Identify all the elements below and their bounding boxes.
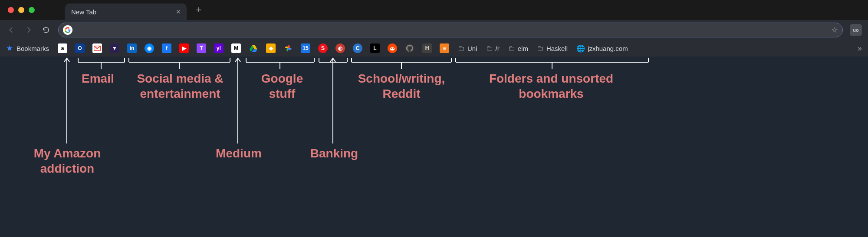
annotation-banking: Banking (304, 146, 365, 161)
svg-point-3 (391, 48, 392, 49)
messenger-bookmark-icon[interactable]: ◉ (145, 43, 154, 53)
tab-title: New Tab (71, 8, 96, 16)
folder-icon: 🗀 (486, 44, 493, 52)
reload-button[interactable] (41, 25, 51, 35)
facebook-bookmark-icon[interactable]: f (162, 43, 171, 53)
annotation-area: My Amazonaddiction Email Social media &e… (0, 57, 868, 237)
window-controls (8, 7, 35, 13)
address-bar[interactable]: ☆ (58, 23, 843, 37)
annotation-folders: Folders and unsortedbookmarks (482, 71, 621, 101)
twitch-bookmark-icon[interactable]: T (197, 43, 206, 53)
annotation-email: Email (82, 71, 114, 86)
amazon-bookmark-icon[interactable]: a (58, 43, 67, 53)
forward-button[interactable] (23, 25, 34, 35)
folder-icon: 🗀 (508, 44, 515, 52)
toolbar: ☆ uo (0, 20, 868, 40)
extension-button[interactable]: uo (850, 24, 862, 36)
scotiabank-bookmark-icon[interactable]: S (318, 43, 328, 53)
bookmarks-label: Bookmarks (16, 45, 49, 52)
folder-icon: 🗀 (537, 44, 544, 52)
protonmail-bookmark-icon[interactable]: ▼ (110, 43, 119, 53)
bookmarks-menu[interactable]: ★ Bookmarks (6, 43, 49, 53)
google-search-icon (63, 25, 72, 35)
maximize-window-button[interactable] (29, 7, 35, 13)
stackoverflow-bookmark-icon[interactable]: ≡ (440, 43, 449, 53)
bank-bookmark-icon[interactable]: ◐ (335, 43, 345, 53)
folder-bookmark-haskell[interactable]: 🗀 Haskell (537, 44, 568, 52)
minimize-window-button[interactable] (18, 7, 24, 13)
folder-icon: 🗀 (458, 44, 465, 52)
annotation-school: School/writing,Reddit (352, 71, 451, 101)
link-bookmark[interactable]: 🌐 jzxhuang.com (576, 44, 628, 53)
bookmarks-overflow-icon[interactable]: » (858, 44, 862, 53)
back-button[interactable] (6, 25, 16, 35)
outlook-bookmark-icon[interactable]: O (75, 43, 85, 53)
yahoo-bookmark-icon[interactable]: y! (214, 43, 224, 53)
folder-label: /r (496, 45, 500, 52)
hackernews-bookmark-icon[interactable]: H (422, 43, 432, 53)
photos-bookmark-icon[interactable] (283, 43, 293, 53)
annotation-medium: Medium (200, 146, 278, 161)
folder-bookmark-elm[interactable]: 🗀 elm (508, 44, 528, 52)
svg-point-2 (390, 47, 395, 51)
drive-bookmark-icon[interactable] (249, 43, 258, 53)
star-icon: ★ (6, 43, 13, 53)
calendar-bookmark-icon[interactable]: 15 (301, 43, 310, 53)
folder-bookmark-r[interactable]: 🗀 /r (486, 44, 500, 52)
svg-point-4 (393, 48, 394, 49)
learn-bookmark-icon[interactable]: L (370, 43, 380, 53)
linkedin-bookmark-icon[interactable]: in (127, 43, 137, 53)
annotation-amazon: My Amazonaddiction (26, 146, 108, 176)
folder-label: Haskell (546, 45, 568, 52)
bookmarks-bar: ★ Bookmarks a O ▼ in ◉ f ▶ T y! M ◆ 15 S… (0, 40, 868, 57)
keep-bookmark-icon[interactable]: ◆ (266, 43, 276, 53)
link-label: jzxhuang.com (588, 45, 628, 52)
close-tab-icon[interactable]: × (176, 7, 181, 17)
folder-label: Uni (467, 45, 477, 52)
new-tab-button[interactable]: + (193, 4, 205, 16)
folder-bookmark-uni[interactable]: 🗀 Uni (458, 44, 477, 52)
bookmark-star-icon[interactable]: ☆ (831, 25, 838, 35)
github-bookmark-icon[interactable] (405, 43, 414, 53)
coursera-bookmark-icon[interactable]: C (353, 43, 362, 53)
folder-label: elm (518, 45, 528, 52)
browser-tab[interactable]: New Tab × (65, 3, 187, 20)
bookmark-icons-group: a O ▼ in ◉ f ▶ T y! M ◆ 15 S ◐ C L H ≡ (58, 43, 449, 53)
globe-icon: 🌐 (576, 44, 585, 53)
tab-strip: New Tab × + (0, 0, 868, 20)
annotation-google: Googlestuff (256, 71, 308, 101)
annotation-social: Social media &entertainment (130, 71, 230, 101)
youtube-bookmark-icon[interactable]: ▶ (179, 43, 189, 53)
medium-bookmark-icon[interactable]: M (231, 43, 241, 53)
gmail-bookmark-icon[interactable] (92, 43, 102, 53)
close-window-button[interactable] (8, 7, 14, 13)
reddit-bookmark-icon[interactable] (388, 43, 397, 53)
